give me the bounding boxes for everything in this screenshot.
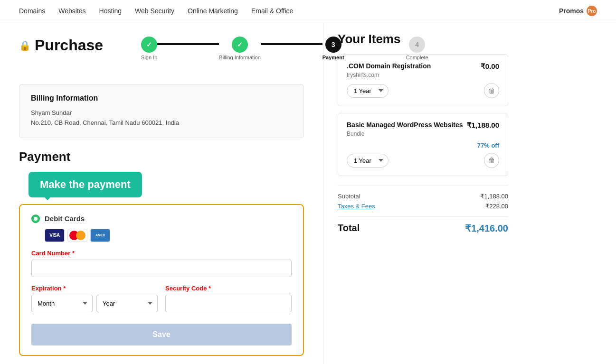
step-circle-3: 3 — [325, 37, 341, 53]
step-label-1: Sign In — [141, 55, 157, 60]
page-title: Purchase — [35, 37, 103, 54]
billing-card: Billing Information Shyam Sundar No.210,… — [19, 84, 304, 138]
expiry-year-select[interactable]: Year 202420252026 2027202820292030 — [96, 295, 158, 312]
total-row: Total ₹1,416.00 — [338, 216, 508, 234]
lock-icon: 🔒 — [19, 40, 31, 51]
nav-hosting[interactable]: Hosting — [99, 7, 122, 15]
subtotal-label: Subtotal — [338, 193, 360, 200]
item-top-1: Basic Managed WordPress Websites ₹1,188.… — [347, 121, 499, 130]
payment-form: Debit Cards VISA AMEX Card Number * — [19, 204, 304, 356]
security-code-group: Security Code * — [165, 285, 292, 312]
step-circle-2: ✓ — [232, 37, 248, 53]
item-name-0: .COM Domain Registration — [347, 62, 431, 70]
step-label-3: Payment — [322, 55, 344, 60]
security-code-input[interactable] — [165, 295, 292, 312]
item-name-1: Basic Managed WordPress Websites — [347, 121, 463, 129]
nav-email-office[interactable]: Email & Office — [251, 7, 293, 15]
billing-address: No.210, CB Road, Chennai, Tamil Nadu 600… — [31, 118, 292, 128]
card-logos: VISA AMEX — [45, 229, 292, 242]
item-bottom-0: 1 Year 2 Years 3 Years 🗑 — [347, 83, 499, 98]
total-value: ₹1,416.00 — [465, 223, 508, 234]
taxes-label[interactable]: Taxes & Fees — [338, 203, 375, 210]
purchase-header: 🔒 Purchase — [19, 37, 103, 54]
card-number-input[interactable] — [31, 260, 292, 277]
expiry-month-select[interactable]: Month 010203 040506 070809 101112 — [31, 295, 93, 312]
step-complete: 4 Complete — [406, 37, 428, 60]
subtotal-value: ₹1,188.00 — [480, 193, 508, 200]
item-bottom-1: 1 Year 2 Years 3 Years 🗑 — [347, 153, 499, 168]
item-sub-1: Bundle — [347, 131, 499, 137]
expiration-group: Expiration * Month 010203 040506 070809 … — [31, 285, 158, 312]
card-number-label: Card Number * — [31, 250, 292, 257]
pro-badge: Pro — [587, 6, 597, 16]
card-number-group: Card Number * — [31, 250, 292, 285]
save-button[interactable]: Save — [31, 324, 292, 345]
step-label-2: Billing Information — [219, 55, 260, 60]
payment-tooltip: Make the payment — [28, 172, 142, 197]
nav-links: Domains Websites Hosting Web Security On… — [19, 7, 293, 15]
step-payment: 3 Payment — [322, 37, 344, 60]
item-card-0: .COM Domain Registration ₹0.00 tryshirts… — [338, 54, 508, 106]
taxes-row: Taxes & Fees ₹228.00 — [338, 203, 508, 210]
right-panel: Your Items .COM Domain Registration ₹0.0… — [323, 22, 522, 364]
expiration-label: Expiration * — [31, 285, 158, 292]
promos-label: Promos — [559, 7, 584, 15]
item-sub-0: tryshirts.com — [347, 72, 499, 78]
top-navigation: Domains Websites Hosting Web Security On… — [0, 0, 616, 22]
step-label-4: Complete — [406, 55, 428, 60]
payment-title: Payment — [19, 149, 304, 164]
year-select-0[interactable]: 1 Year 2 Years 3 Years — [347, 84, 389, 98]
expiry-security-row: Expiration * Month 010203 040506 070809 … — [31, 285, 292, 312]
year-select-1[interactable]: 1 Year 2 Years 3 Years — [347, 154, 389, 168]
left-panel: 🔒 Purchase ✓ Sign In ✓ Billing Informati… — [0, 22, 323, 364]
mastercard-logo — [67, 229, 87, 242]
amex-logo: AMEX — [90, 229, 110, 242]
nav-websites[interactable]: Websites — [58, 7, 85, 15]
taxes-value: ₹228.00 — [485, 203, 508, 210]
delete-button-1[interactable]: 🗑 — [484, 153, 499, 168]
order-summary: Subtotal ₹1,188.00 Taxes & Fees ₹228.00 … — [338, 186, 508, 234]
main-container: 🔒 Purchase ✓ Sign In ✓ Billing Informati… — [0, 22, 616, 364]
connector-1 — [157, 43, 219, 45]
item-price-0: ₹0.00 — [481, 62, 499, 71]
year-select-wrapper-1: 1 Year 2 Years 3 Years — [347, 154, 389, 168]
radio-debit-card[interactable] — [31, 215, 40, 223]
nav-domains[interactable]: Domains — [19, 7, 45, 15]
step-circle-1: ✓ — [141, 37, 157, 53]
nav-web-security[interactable]: Web Security — [135, 7, 174, 15]
delete-button-0[interactable]: 🗑 — [484, 83, 499, 98]
subtotal-row: Subtotal ₹1,188.00 — [338, 193, 508, 200]
security-code-label: Security Code * — [165, 285, 292, 292]
visa-logo: VISA — [45, 229, 65, 242]
card-type-label: Debit Cards — [45, 215, 85, 223]
nav-online-marketing[interactable]: Online Marketing — [188, 7, 238, 15]
billing-name: Shyam Sundar — [31, 108, 292, 118]
item-price-1: ₹1,188.00 — [467, 121, 499, 130]
step-billing: ✓ Billing Information — [219, 37, 260, 60]
total-label: Total — [338, 223, 360, 234]
billing-section-title: Billing Information — [31, 94, 292, 103]
item-card-1: Basic Managed WordPress Websites ₹1,188.… — [338, 113, 508, 176]
year-select-wrapper-0: 1 Year 2 Years 3 Years — [347, 84, 389, 98]
step-circle-4: 4 — [409, 37, 425, 53]
step-sign-in: ✓ Sign In — [141, 37, 157, 60]
promos-button[interactable]: Promos Pro — [559, 6, 597, 16]
discount-badge-1: 77% off — [477, 142, 499, 149]
connector-2 — [261, 43, 322, 45]
item-top-0: .COM Domain Registration ₹0.00 — [347, 62, 499, 71]
debit-card-option[interactable]: Debit Cards — [31, 215, 292, 223]
payment-section: Payment Make the payment Debit Cards VIS… — [19, 149, 304, 356]
